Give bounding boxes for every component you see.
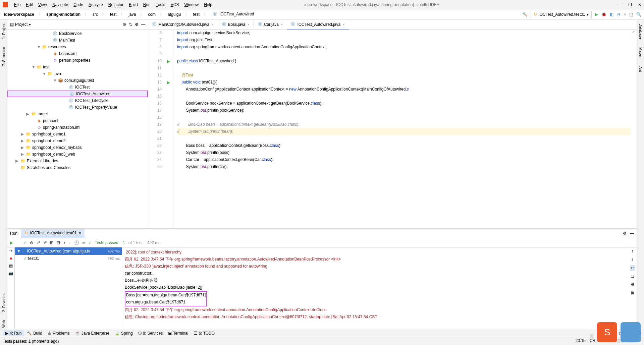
breadcrumb-item[interactable]: test [109, 11, 118, 17]
camera-icon[interactable]: 📷 [8, 271, 13, 276]
close-icon[interactable]: × [342, 22, 344, 26]
scroll-icon[interactable]: ⇊ [631, 274, 634, 279]
tree-item[interactable]: ⓒMainTest [7, 37, 148, 44]
search-button[interactable]: 🔍 [636, 12, 641, 17]
tool-database[interactable]: Database [639, 22, 643, 41]
down-arrow-icon[interactable]: ↓ [632, 257, 634, 262]
tool-structure[interactable]: 7: Structure [2, 46, 6, 67]
hide-icon[interactable]: — [630, 231, 634, 236]
tool-maven[interactable]: Maven [639, 46, 643, 60]
rerun-button[interactable]: ▶ [10, 240, 13, 245]
tree-item[interactable]: ⓒIOCTest_PropertyValue [7, 104, 148, 111]
breadcrumb-item[interactable]: idea-workspace [3, 11, 36, 17]
menu-code[interactable]: Code [71, 1, 86, 8]
close-icon[interactable]: × [79, 231, 81, 235]
print-icon[interactable]: 🖶 [631, 282, 635, 287]
clear-icon[interactable]: 🗑 [631, 290, 635, 295]
bottom-tab[interactable]: ▶4: Run [3, 330, 24, 336]
bottom-tab[interactable]: 🍃Spring [112, 330, 136, 336]
debug-step-icon[interactable]: ↷ [9, 249, 13, 253]
up-arrow-icon[interactable]: ↑ [632, 249, 634, 253]
run-gutter-icon[interactable]: ▶ [167, 80, 170, 85]
menu-build[interactable]: Build [126, 1, 141, 8]
tree-item[interactable]: ▼📦com.atguigu.test [7, 77, 148, 84]
coverage-button[interactable]: ◧ [610, 12, 613, 17]
breadcrumb-item[interactable]: com [147, 11, 157, 17]
editor-tab[interactable]: ⓒIOCTest_Autowired.java× [287, 20, 349, 30]
profile-button[interactable]: ◔ [617, 12, 620, 17]
tree-item[interactable]: ▶📁External Libraries [7, 158, 148, 164]
tool-favorites[interactable]: 2: Favorites [2, 291, 6, 313]
tree-item[interactable]: ▶📁target [7, 111, 148, 117]
bottom-tab[interactable]: 🔨Build [24, 330, 45, 336]
test-tree-item[interactable]: ▼✓IOCTest_Autowired (com.atguigu.te492 m… [15, 247, 122, 255]
breadcrumb-item[interactable]: spring-annotation [45, 11, 82, 17]
bottom-tab[interactable]: ☕Java Enterprise [72, 330, 112, 336]
gear-icon[interactable]: ⚙ [135, 22, 139, 27]
hide-icon[interactable]: — [141, 22, 145, 27]
tool-web[interactable]: Web [2, 319, 6, 329]
minimize-button[interactable]: — [618, 2, 622, 7]
sort-up-icon[interactable]: ↑ᶻ [43, 240, 47, 245]
floating-search-icon[interactable]: S [597, 322, 617, 342]
tree-item[interactable]: ⓒIOCTest_LifeCycle [7, 97, 148, 104]
menu-tools[interactable]: Tools [153, 1, 168, 8]
tree-item[interactable]: ◈pom.xml [7, 117, 148, 124]
menu-edit[interactable]: Edit [23, 1, 36, 8]
tree-item[interactable]: ⓒIOCTest [7, 84, 148, 91]
code-area[interactable]: import com.atguigu.service.BookService;i… [174, 30, 631, 228]
breadcrumb-item[interactable]: ⓒ IOCTest_Autowired [210, 11, 256, 18]
tree-item[interactable]: ⓒBookService [7, 30, 148, 37]
expand-icon[interactable]: ⇅ [129, 22, 132, 27]
menu-window[interactable]: Window [181, 1, 201, 8]
menu-run[interactable]: Run [141, 1, 153, 8]
close-icon[interactable]: × [248, 22, 250, 26]
menu-help[interactable]: Help [201, 1, 215, 8]
close-icon[interactable]: × [211, 22, 213, 26]
locate-icon[interactable]: ⊙ [123, 22, 126, 27]
close-button[interactable]: ✕ [638, 2, 641, 7]
tree-item[interactable]: ▼📁java [7, 70, 148, 77]
menu-view[interactable]: View [36, 1, 50, 8]
run-configuration-select[interactable]: ↻ IOCTest_Autowired.test01 ▾ [531, 11, 591, 18]
bottom-tab[interactable]: ☰6: TODO [191, 330, 218, 336]
editor-tab[interactable]: ⓒCar.java× [254, 19, 287, 29]
tree-item[interactable]: ▶📁springboot_demo2 [7, 137, 148, 144]
tree-item[interactable]: ◇spring-annotation.iml [7, 124, 148, 131]
tree-item[interactable]: ⚙person.properties [7, 57, 148, 64]
editor-tab[interactable]: ⓒMainConifgOfAutowired.java× [148, 19, 218, 29]
stop-button[interactable]: ■ [624, 12, 626, 17]
console[interactable]: 2022]; root of context hierarchy四月 02, 2… [122, 247, 628, 329]
project-tree[interactable]: ⓒBookServiceⓒMainTest▼📁resources◈beans.x… [7, 30, 148, 228]
expand-all-icon[interactable]: ⊞ [50, 240, 53, 245]
bottom-tab[interactable]: ⚠Problems [45, 330, 72, 336]
breadcrumb-item[interactable]: test [192, 11, 201, 17]
show-ignored-icon[interactable]: ⊘ [30, 240, 33, 245]
editor[interactable]: 678910111213141516171819202122232425 ▶▶ … [148, 30, 637, 228]
more-icon[interactable]: » [83, 240, 85, 245]
bottom-tab[interactable]: ▣Terminal [165, 330, 191, 336]
tree-item[interactable]: ◈beans.xml [7, 50, 148, 57]
tree-item[interactable]: ▶📁springboot_demo2_mybatis [7, 144, 148, 151]
history-icon[interactable]: 🕓 [74, 240, 79, 245]
stop-icon[interactable]: ■ [10, 256, 12, 261]
tree-item[interactable]: ▶📁springboot_demo3_web [7, 151, 148, 158]
bottom-tab[interactable]: ⬡8: Services [136, 330, 165, 336]
menu-vcs[interactable]: VCS [168, 1, 182, 8]
tree-item[interactable]: ▶📁springboot_demo1 [7, 131, 148, 137]
collapse-all-icon[interactable]: ⊟ [57, 240, 60, 245]
breadcrumb-item[interactable]: atguigu [166, 11, 182, 17]
tree-item[interactable]: 📁Scratches and Consoles [7, 164, 148, 171]
test-tree[interactable]: ▼✓IOCTest_Autowired (com.atguigu.te492 m… [15, 247, 122, 329]
menu-file[interactable]: File [11, 1, 23, 8]
tree-item[interactable]: ▼📁test [7, 64, 148, 70]
breadcrumb-item[interactable]: src [91, 11, 99, 17]
menu-refactor[interactable]: Refactor [106, 1, 126, 8]
close-icon[interactable]: × [281, 22, 283, 26]
editor-tab[interactable]: ⓒBoss.java× [218, 19, 254, 29]
run-tab[interactable]: ↻ IOCTest_Autowired.test01 × [21, 229, 84, 237]
build-icon[interactable]: 🔨 [522, 12, 527, 17]
tree-item[interactable]: ▼📁resources [7, 44, 148, 50]
tree-item[interactable]: ⓒIOCTest_Autowired [7, 91, 148, 97]
wrap-icon[interactable]: ↩ [630, 265, 635, 271]
